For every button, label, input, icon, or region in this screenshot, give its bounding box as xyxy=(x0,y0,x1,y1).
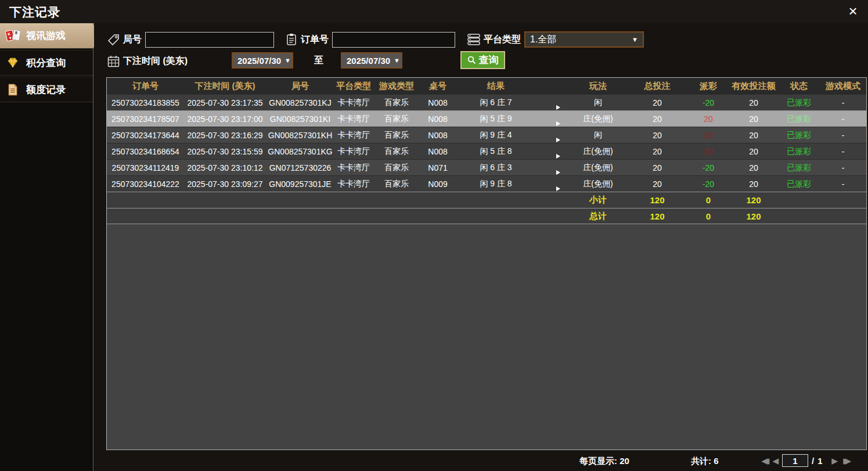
grand-total-total: 120 xyxy=(627,211,687,221)
cell-platform: 卡卡湾厅 xyxy=(334,98,373,108)
cell-table: N008 xyxy=(420,131,455,140)
next-page-icon[interactable]: ▶ xyxy=(832,456,838,465)
order-no-input[interactable] xyxy=(332,32,455,48)
cell-valid: 20 xyxy=(729,163,778,172)
cell-table: N008 xyxy=(420,98,455,107)
bet-time-label: 下注时间 (美东) xyxy=(123,55,188,67)
col-header-time: 下注时间 (美东) xyxy=(184,81,266,92)
cell-bet-type: 庄(免佣) xyxy=(569,179,627,189)
cell-platform: 卡卡湾厅 xyxy=(334,146,373,157)
cell-total: 20 xyxy=(627,114,687,124)
cell-time: 2025-07-30 23:17:00 xyxy=(184,114,266,124)
cell-valid: 20 xyxy=(729,131,778,140)
platform-type-select[interactable]: 1.全部 ▼ xyxy=(524,31,644,48)
betting-records-window: 荷官名称: Aggie 游戏局号: GN008257 下注限红: 20 - 20… xyxy=(0,0,868,471)
cell-order: 250730234178507 xyxy=(107,114,184,124)
cell-platform: 卡卡湾厅 xyxy=(334,179,373,189)
subtotal-total: 120 xyxy=(627,195,687,205)
clipboard-icon xyxy=(286,33,297,46)
cell-bet-type: 闲 xyxy=(569,98,627,108)
cell-bet-type: 庄(免佣) xyxy=(569,146,627,157)
cell-order: 250730234173644 xyxy=(107,131,184,140)
cell-order: 250730234112419 xyxy=(107,163,184,172)
subtotal-valid: 120 xyxy=(729,195,778,205)
cell-platform: 卡卡湾厅 xyxy=(334,130,373,141)
date-to-value: 2025/07/30 xyxy=(347,56,390,66)
close-button[interactable]: × xyxy=(844,1,862,21)
col-header-total: 总投注 xyxy=(627,81,687,92)
page-number-input[interactable] xyxy=(782,454,808,467)
round-no-input[interactable] xyxy=(145,32,274,48)
search-icon xyxy=(467,56,476,64)
platform-type-label: 平台类型 xyxy=(484,34,521,46)
cell-round: GN008257301KG xyxy=(266,147,334,156)
cell-status: 已派彩 xyxy=(778,114,820,124)
table-row[interactable]: 250730234104222 2025-07-30 23:09:27 GN00… xyxy=(107,175,866,192)
cell-result: 闲 9 庄 8 xyxy=(455,179,536,189)
title-bar: 下注记录 × xyxy=(0,0,868,23)
cell-round: GN008257301KI xyxy=(266,114,334,124)
cell-mode: - xyxy=(820,147,866,156)
cell-result: 闲 5 庄 9 xyxy=(455,114,536,124)
cell-payout: 20 xyxy=(687,147,729,156)
tag-icon xyxy=(107,34,120,46)
table-row[interactable]: 250730234173644 2025-07-30 23:16:29 GN00… xyxy=(107,127,866,143)
cell-order: 250730234183855 xyxy=(107,98,184,107)
col-header-round: 局号 xyxy=(266,81,334,92)
cell-mode: - xyxy=(820,131,866,140)
date-from-value: 2025/07/30 xyxy=(237,56,281,66)
cell-order: 250730234168654 xyxy=(107,147,184,156)
query-button[interactable]: 查询 xyxy=(460,51,505,69)
diamond-icon xyxy=(5,57,21,69)
grand-total-row: 总计 120 0 120 xyxy=(107,208,866,224)
sidebar-item-points-query[interactable]: 积分查询 xyxy=(0,50,93,75)
cell-bet-type: 闲 xyxy=(569,130,627,141)
sidebar-item-label: 积分查询 xyxy=(26,56,66,70)
cell-game: 百家乐 xyxy=(373,98,420,108)
cell-payout: -20 xyxy=(687,98,729,107)
cell-platform: 卡卡湾厅 xyxy=(334,163,373,173)
cell-time: 2025-07-30 23:09:27 xyxy=(184,179,266,189)
round-no-label: 局号 xyxy=(123,34,142,46)
cell-game: 百家乐 xyxy=(373,146,420,157)
cell-total: 20 xyxy=(627,131,687,140)
col-header-bet-type: 玩法 xyxy=(569,81,627,92)
cell-total: 20 xyxy=(627,179,687,189)
cell-valid: 20 xyxy=(729,179,778,189)
table-row-selected[interactable]: 250730234178507 2025-07-30 23:17:00 GN00… xyxy=(107,110,866,127)
document-icon xyxy=(5,84,21,96)
first-page-icon[interactable]: ◀◀ xyxy=(762,456,769,465)
cell-status: 已派彩 xyxy=(778,98,820,108)
table-row[interactable]: 250730234168654 2025-07-30 23:15:59 GN00… xyxy=(107,143,866,159)
sidebar-item-credit-records[interactable]: 额度记录 xyxy=(0,77,93,102)
col-header-result: 结果 xyxy=(455,81,536,92)
pagination: ◀◀ ◀ / 1 ▶ ▶▶ xyxy=(762,454,851,467)
sidebar-item-video-games[interactable]: K♥ 9 视讯游戏 xyxy=(0,23,93,49)
col-header-payout: 派彩 xyxy=(687,81,729,92)
cell-result: 闲 6 庄 3 xyxy=(455,163,536,173)
cell-payout: -20 xyxy=(687,163,729,172)
cell-game: 百家乐 xyxy=(373,114,420,124)
cell-status: 已派彩 xyxy=(778,146,820,157)
date-from-select[interactable]: 2025/07/30 ▼ xyxy=(232,52,293,69)
prev-page-icon[interactable]: ◀ xyxy=(773,456,779,465)
cell-game: 百家乐 xyxy=(373,163,420,173)
cell-order: 250730234104222 xyxy=(107,179,184,189)
order-no-label: 订单号 xyxy=(301,34,329,46)
cell-status: 已派彩 xyxy=(778,179,820,189)
cell-bet-type: 庄(免佣) xyxy=(569,163,627,173)
cell-mode: - xyxy=(820,98,866,107)
sidebar-item-label: 额度记录 xyxy=(26,83,66,96)
table-row[interactable]: 250730234183855 2025-07-30 23:17:35 GN00… xyxy=(107,94,866,110)
table-row[interactable]: 250730234112419 2025-07-30 23:10:12 GN07… xyxy=(107,159,866,175)
cell-valid: 20 xyxy=(729,98,778,107)
cell-round: GN008257301KH xyxy=(266,131,334,140)
date-to-select[interactable]: 2025/07/30 ▼ xyxy=(341,52,402,69)
subtotal-label: 小计 xyxy=(569,195,627,206)
col-header-game: 游戏类型 xyxy=(373,81,420,92)
platform-type-value: 1.全部 xyxy=(530,34,556,46)
last-page-icon[interactable]: ▶▶ xyxy=(844,456,851,465)
cell-table: N009 xyxy=(420,179,455,189)
col-header-valid: 有效投注额 xyxy=(729,81,778,92)
cell-mode: - xyxy=(820,163,866,172)
